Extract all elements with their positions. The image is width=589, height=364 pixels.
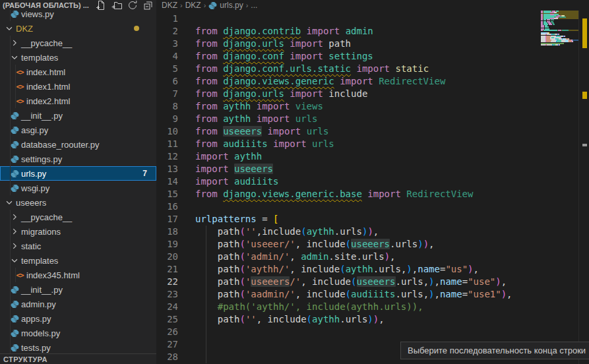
line-number[interactable]: 6 [156,75,178,88]
line-number[interactable]: 5 [156,63,178,75]
tree-item-asgi-py[interactable]: asgi.py [0,123,156,137]
tree-item-database-roouter-py[interactable]: database_roouter.py [0,137,156,152]
line-number[interactable]: 25 [156,313,178,326]
line-number[interactable]: 19 [156,238,178,251]
line-number[interactable]: 28 [156,351,178,363]
overview-ruler[interactable] [578,0,589,364]
code-line[interactable]: 8from aythh import views [156,100,512,113]
breadcrumb-item-urls-py[interactable]: urls.py [208,1,243,10]
tree-indent-guide [10,268,11,282]
code-line[interactable]: 3from django.urls import path [156,38,512,50]
line-number[interactable]: 2 [156,25,178,38]
code-line[interactable]: 25 path('', include(aythh.urls)), [156,313,512,326]
line-number[interactable]: 8 [156,100,178,113]
explorer-section-header[interactable]: (РАБОЧАЯ ОБЛАСТЬ) ... [0,0,156,10]
line-number[interactable]: 15 [156,188,178,200]
line-number[interactable]: 26 [156,326,178,338]
code-line[interactable]: 22 path('useeers/', include(useeers.urls… [156,276,512,288]
tree-item-dkz[interactable]: DKZ [0,21,156,36]
tree-item-pycache[interactable]: __pycache__ [0,210,156,224]
code-line[interactable]: 21 path('aythh/', include(aythh.urls,),n… [156,263,512,276]
refresh-button[interactable] [127,0,138,11]
line-number[interactable]: 7 [156,88,178,100]
tree-item-wsgi-py[interactable]: wsgi.py [0,181,156,195]
line-number[interactable]: 9 [156,113,178,125]
tree-item-label: __pycache__ [21,38,72,48]
code-line[interactable]: 16 [156,200,512,213]
tree-item-static[interactable]: static [0,239,156,253]
code-line[interactable]: 15from django.views.generic.base import … [156,188,512,200]
tree-item-pycache[interactable]: __pycache__ [0,36,156,50]
code-line[interactable]: 2from django.contrib import admin [156,25,512,38]
line-number[interactable]: 1 [156,13,178,25]
line-number[interactable]: 23 [156,288,178,301]
tree-item-models-py[interactable]: models.py [0,326,156,340]
tree-indent-guide [10,340,11,355]
code-line-text: path('', include(aythh.urls)), [195,314,385,324]
tree-item-migrations[interactable]: migrations [0,224,156,239]
code-line[interactable]: 20 path('admin/', admin.site.urls), [156,251,512,263]
tree-item-index2-html[interactable]: <>index2.html [0,94,156,108]
new-file-button[interactable] [96,0,106,11]
tree-item-templates[interactable]: templates [0,50,156,65]
code-line[interactable]: 18 path('',include(aythh.urls)), [156,226,512,238]
collapse-all-button[interactable] [143,0,154,11]
line-number[interactable]: 22 [156,276,178,288]
line-number[interactable]: 18 [156,226,178,238]
tree-item-useeers[interactable]: useeers [0,195,156,210]
code-line[interactable]: 6from django.views.generic import Redire… [156,75,512,88]
code-line[interactable]: 7from django.urls import include [156,88,512,100]
code-line[interactable]: 17urlpatterns = [ [156,213,512,226]
line-number[interactable]: 11 [156,138,178,150]
code-line[interactable]: 10from useeers import urls [156,125,512,138]
code-line[interactable]: 19 path('useeer/', include(useeers.urls)… [156,238,512,251]
code-line[interactable]: 4from django.conf import settings [156,50,512,63]
tree-item-init-py[interactable]: __init__.py [0,108,156,123]
code-area[interactable]: 12from django.contrib import admin3from … [156,11,512,363]
breadcrumb-item-dkz[interactable]: DKZ [162,1,177,10]
line-number[interactable]: 16 [156,200,178,213]
code-line[interactable]: 24 #path('aythh/', include(aythh.urls)), [156,301,512,313]
line-number[interactable]: 21 [156,263,178,276]
breadcrumb-item-dkz[interactable]: DKZ [185,1,201,10]
tree-item-init-py[interactable]: __init__.py [0,282,156,297]
tree-item-settings-py[interactable]: settings.py [0,152,156,166]
tree-item-index345-html[interactable]: <>index345.html [0,268,156,282]
line-number[interactable]: 27 [156,338,178,351]
breadcrumb-item-[interactable]: ... [251,1,257,10]
line-number[interactable]: 10 [156,125,178,138]
tree-indent-guide [15,65,16,79]
tree-item-label: database_roouter.py [21,140,100,150]
tree-item-templates[interactable]: templates [0,253,156,268]
tree-item-index1-html[interactable]: <>index1.html [0,79,156,94]
code-line[interactable]: 1 [156,13,512,25]
minimap[interactable] [541,9,578,128]
line-number[interactable]: 20 [156,251,178,263]
line-number[interactable]: 12 [156,150,178,163]
tree-item-apps-py[interactable]: apps.py [0,311,156,326]
line-number[interactable]: 3 [156,38,178,50]
code-line[interactable]: 13import useeers [156,163,512,175]
line-number[interactable]: 17 [156,213,178,226]
tree-item-tests-py[interactable]: tests.py [0,340,156,355]
tree-item-index-html[interactable]: <>index.html [0,65,156,79]
code-line[interactable]: 5from django.conf.urls.static import sta… [156,63,512,75]
line-number[interactable]: 14 [156,175,178,188]
line-number[interactable]: 13 [156,163,178,175]
code-line[interactable]: 12import aythh [156,150,512,163]
line-number[interactable]: 24 [156,301,178,313]
code-line-text: urlpatterns = [ [195,214,278,224]
code-line[interactable]: 11from audiiits import urls [156,138,512,150]
code-line[interactable]: 23 path('aadmin/', include(audiiits.urls… [156,288,512,301]
code-line[interactable]: 14import audiiits [156,175,512,188]
tree-item-urls-py[interactable]: urls.py7 [0,166,156,181]
code-line[interactable]: 26 [156,326,512,338]
editor-pane[interactable]: DKZ›DKZ›urls.py›... 12from django.contri… [156,0,589,364]
code-line[interactable]: 9from aythh import urls [156,113,512,125]
line-number[interactable]: 4 [156,50,178,63]
new-folder-button[interactable] [111,0,122,11]
tree-item-admin-py[interactable]: admin.py [0,297,156,311]
outline-section-header[interactable]: СТРУКТУРА [0,353,156,364]
tree-indent-guide [10,311,11,326]
chevron-down-icon [5,198,14,207]
